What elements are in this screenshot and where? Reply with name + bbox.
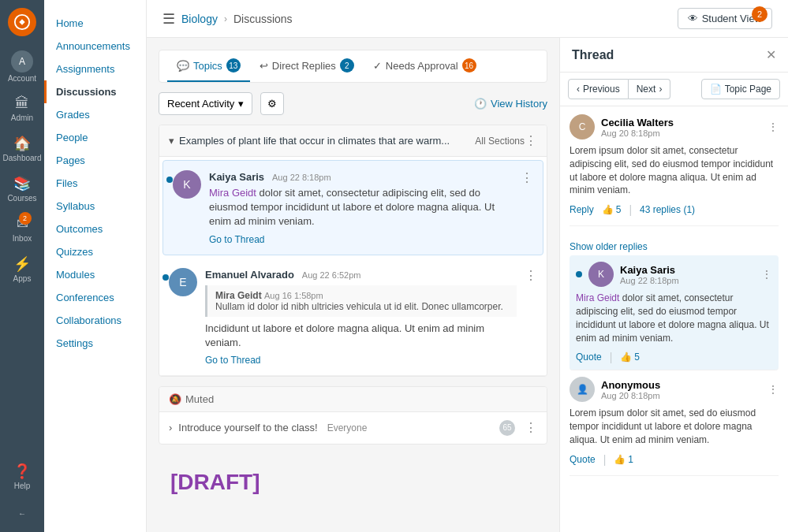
post-menu-icon-2[interactable]: ⋮	[525, 268, 537, 283]
show-older-replies[interactable]: Show older replies	[570, 238, 779, 255]
post-text: Mira Geidt dolor sit amet, consectetur a…	[209, 186, 513, 229]
topic-page-button[interactable]: 📄 Topic Page	[701, 79, 780, 99]
mention: Mira Geidt	[576, 292, 619, 303]
nav-courses[interactable]: 📚 Courses	[0, 169, 44, 209]
go-to-thread-link-1[interactable]: Go to Thread	[209, 234, 265, 245]
quoted-block: Mira Geidt Aug 16 1:58pm Nullam id dolor…	[205, 285, 517, 317]
sidebar-item-files[interactable]: Files	[44, 172, 146, 195]
thread-date: Aug 20 8:18pm	[601, 391, 660, 400]
group-header[interactable]: ▾ Examples of plant life that occur in c…	[159, 125, 547, 157]
muted-section: 🔕 Muted › Introduce yourself to the clas…	[159, 386, 547, 445]
global-nav: A Account 🏛 Admin 🏠 Dashboard 📚 Courses …	[0, 0, 44, 532]
nav-dashboard[interactable]: 🏠 Dashboard	[0, 128, 44, 169]
filter-dropdown[interactable]: Recent Activity ▾	[159, 92, 252, 115]
quote-link-2[interactable]: Quote	[570, 454, 596, 465]
history-icon: 🕐	[474, 98, 487, 110]
unread-dot	[576, 271, 582, 277]
thumbs-up-icon: 👍	[614, 454, 626, 465]
thread-header: Thread ✕	[560, 38, 788, 73]
sidebar-item-quizzes[interactable]: Quizzes	[44, 240, 146, 263]
next-button[interactable]: Next ›	[629, 79, 671, 99]
file-icon: 📄	[710, 84, 722, 95]
post-options-button[interactable]: ⋮	[767, 121, 779, 133]
settings-gear-button[interactable]: ⚙	[260, 92, 284, 115]
post-options-button-2[interactable]: ⋮	[761, 268, 772, 281]
go-to-thread-link-2[interactable]: Go to Thread	[205, 355, 261, 366]
thumbs-up-icon: 👍	[602, 204, 614, 215]
sidebar-item-modules[interactable]: Modules	[44, 263, 146, 286]
close-icon: ✕	[766, 48, 776, 61]
muted-item[interactable]: › Introduce yourself to the class! Every…	[159, 412, 547, 444]
nav-collapse[interactable]: ←	[0, 503, 44, 524]
hamburger-icon[interactable]: ☰	[162, 10, 175, 28]
all-sections-label: All Sections	[475, 136, 525, 147]
chevron-right-icon: ›	[659, 84, 662, 95]
post-menu-icon-1[interactable]: ⋮	[521, 170, 533, 185]
dashboard-icon: 🏠	[13, 135, 31, 152]
discussion-group: ▾ Examples of plant life that occur in c…	[159, 125, 547, 377]
tab-direct-replies[interactable]: ↩ Direct Replies 2	[250, 50, 364, 82]
sidebar-item-announcements[interactable]: Announcements	[44, 35, 146, 58]
reply-link[interactable]: Reply	[570, 204, 594, 215]
nav-help[interactable]: ❓ Help	[0, 456, 44, 497]
nav-account[interactable]: A Account	[0, 44, 44, 89]
thread-text: Lorem ipsum dolor sit amet, consectetur …	[570, 144, 779, 197]
unread-indicator	[166, 177, 173, 183]
chevron-left-icon: ‹	[577, 84, 580, 95]
breadcrumb-separator: ›	[224, 13, 227, 24]
thread-date: Aug 22 8:18pm	[620, 276, 679, 285]
view-history-button[interactable]: 🕐 View History	[474, 98, 547, 110]
muted-menu-icon[interactable]: ⋮	[525, 420, 537, 435]
sidebar-item-syllabus[interactable]: Syllabus	[44, 195, 146, 218]
student-view-icon: 👁	[688, 13, 698, 24]
sidebar-item-home[interactable]: Home	[44, 12, 146, 35]
thread-close-button[interactable]: ✕	[766, 47, 776, 62]
avatar: C	[570, 114, 595, 140]
tab-topics[interactable]: 💬 Topics 13	[167, 50, 250, 82]
sidebar-item-collaborations[interactable]: Collaborations	[44, 309, 146, 332]
sidebar-item-outcomes[interactable]: Outcomes	[44, 218, 146, 240]
sidebar-item-people[interactable]: People	[44, 126, 146, 149]
like-button[interactable]: 👍 5	[602, 204, 622, 215]
group-menu-icon[interactable]: ⋮	[525, 133, 537, 148]
post-content: Kaiya Saris Aug 22 8:18pm Mira Geidt dol…	[209, 170, 513, 245]
thread-post-header: K Kaiya Saris Aug 22 8:18pm ⋮	[576, 262, 772, 287]
thread-post-header: 👤 Anonymous Aug 20 8:18pm ⋮	[570, 377, 779, 402]
sidebar-item-pages[interactable]: Pages	[44, 149, 146, 172]
like-button-3[interactable]: 👍 1	[614, 454, 633, 465]
unread-indicator	[162, 274, 169, 281]
previous-button[interactable]: ‹ Previous	[568, 79, 629, 99]
top-bar: ☰ Biology › Discussions 👁 Student View	[147, 0, 788, 38]
post-item: K Kaiya Saris Aug 22 8:18pm Mira Geidt d…	[162, 160, 543, 255]
quote-link-1[interactable]: Quote	[576, 352, 602, 363]
sidebar-item-assignments[interactable]: Assignments	[44, 58, 146, 80]
thread-author: Anonymous	[601, 379, 660, 391]
sidebar-item-conferences[interactable]: Conferences	[44, 286, 146, 309]
sidebar-item-settings[interactable]: Settings	[44, 332, 146, 355]
mention: Mira Geidt	[209, 187, 256, 199]
sidebar-item-discussions[interactable]: Discussions	[44, 80, 146, 103]
replies-link[interactable]: 43 replies (1)	[640, 204, 695, 215]
direct-replies-badge: 2	[340, 58, 354, 73]
nav-admin[interactable]: 🏛 Admin	[0, 89, 44, 128]
chevron-down-icon: ▾	[238, 98, 244, 110]
post-item: E Emanuel Alvarado Aug 22 6:52pm Mira Ge…	[159, 259, 547, 376]
canvas-logo[interactable]	[8, 8, 36, 36]
thread-date: Aug 20 8:18pm	[601, 128, 674, 138]
avatar: K	[588, 262, 614, 287]
help-icon: ❓	[13, 463, 31, 480]
topics-badge: 13	[226, 58, 241, 73]
quoted-author: Mira Geidt	[215, 290, 262, 301]
sidebar-item-grades[interactable]: Grades	[44, 103, 146, 126]
tab-needs-approval[interactable]: ✓ Needs Approval 16	[364, 50, 486, 82]
breadcrumb-course[interactable]: Biology	[181, 13, 218, 25]
muted-item-section: Everyone	[327, 422, 368, 433]
gear-icon: ⚙	[267, 98, 277, 110]
thread-post-anonymous: 👤 Anonymous Aug 20 8:18pm ⋮ Lorem ipsum …	[570, 377, 779, 475]
post-options-button-3[interactable]: ⋮	[767, 383, 779, 396]
inbox-badge: 2	[19, 212, 32, 225]
like-button-2[interactable]: 👍 5	[620, 352, 640, 363]
nav-inbox[interactable]: ✉ 2 Inbox	[0, 209, 44, 249]
nav-apps[interactable]: ⚡ Apps	[0, 249, 44, 289]
post-author: Emanuel Alvarado	[205, 269, 294, 281]
